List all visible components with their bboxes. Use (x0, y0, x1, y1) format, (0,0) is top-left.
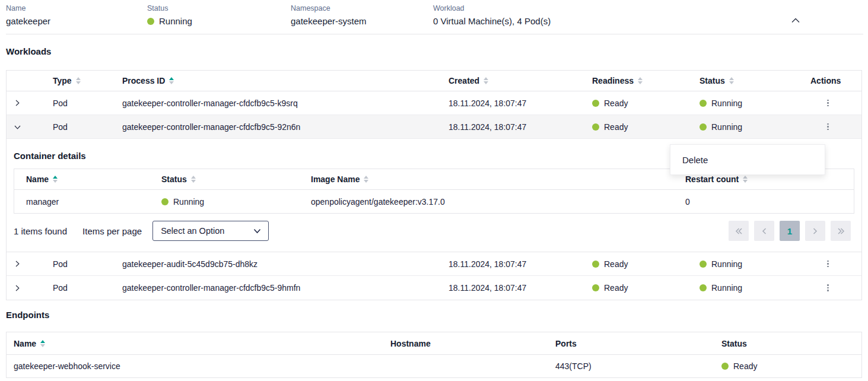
status-dot-green (147, 18, 154, 25)
table-row[interactable]: Pod gatekeeper-controller-manager-cfdcfb… (7, 276, 861, 300)
cell-endpoint-status: Ready (714, 361, 861, 371)
cell-actions (810, 97, 861, 109)
col-header-status: Status (714, 339, 861, 348)
chevron-right-icon (812, 227, 818, 235)
table-row[interactable]: Pod gatekeeper-controller-manager-cfdcfb… (7, 91, 861, 115)
table-row-expanded[interactable]: Pod gatekeeper-controller-manager-cfdcfb… (7, 115, 861, 139)
cell-type: Pod (53, 99, 122, 108)
chevron-up-icon (791, 17, 800, 24)
sort-icon[interactable] (743, 176, 748, 183)
summary-label: Name (6, 4, 147, 12)
col-header-label: Status (161, 174, 187, 184)
status-dot-green (700, 284, 707, 291)
cell-type: Pod (53, 259, 122, 269)
first-page-button[interactable] (729, 221, 749, 241)
collapse-panel-button[interactable] (789, 14, 802, 26)
status-dot-green (592, 284, 599, 291)
cell-status: Running (700, 259, 810, 269)
page-number-button[interactable]: 1 (780, 221, 800, 241)
status-text: Running (711, 283, 742, 293)
status-text: Running (711, 122, 742, 132)
delete-menu-item[interactable]: Delete (682, 155, 825, 165)
summary-value: gatekeeper (6, 16, 147, 26)
col-header-status[interactable]: Status (150, 174, 299, 184)
summary-field-status: Status Running (147, 4, 291, 34)
expand-row-button[interactable] (7, 99, 53, 107)
chevron-right-icon (14, 284, 21, 292)
readiness-text: Ready (604, 122, 628, 132)
expand-row-button[interactable] (7, 284, 53, 292)
application-detail-page: Name gatekeeper Status Running Namespace… (0, 0, 868, 381)
status-dot-green (161, 198, 168, 205)
summary-value: gatekeeper-system (291, 16, 433, 26)
sort-icon[interactable] (76, 77, 81, 84)
endpoints-table: Name Hostname Ports Status gatekeeper-we… (6, 332, 862, 378)
pagination-bar: 1 items found Items per page Select an O… (14, 214, 854, 252)
status-dot-green (700, 123, 707, 131)
chevron-down-icon (253, 228, 261, 234)
col-header-label: Status (700, 76, 725, 85)
chevron-right-icon (14, 99, 21, 107)
sort-icon[interactable] (729, 77, 734, 84)
collapse-row-button[interactable] (7, 123, 53, 131)
col-header-image-name[interactable]: Image Name (299, 174, 673, 184)
cell-type: Pod (53, 283, 122, 293)
actions-context-menu: Delete (670, 144, 825, 175)
col-header-type[interactable]: Type (53, 76, 122, 85)
cell-ports: 443(TCP) (548, 361, 714, 371)
previous-page-button[interactable] (754, 221, 774, 241)
cell-readiness: Ready (592, 283, 700, 293)
row-actions-menu-icon[interactable] (825, 121, 831, 133)
chevron-down-icon (14, 123, 21, 131)
status-dot-green (592, 261, 599, 268)
col-header-created[interactable]: Created (449, 76, 592, 85)
sort-icon-active[interactable] (169, 77, 174, 84)
col-header-label: Restart count (685, 174, 739, 184)
sort-icon-active[interactable] (53, 176, 58, 183)
cell-type: Pod (53, 122, 122, 132)
workloads-table-header: Type Process ID Created Readiness Status… (7, 71, 861, 91)
sort-icon-active[interactable] (40, 340, 45, 347)
col-header-label: Type (53, 76, 72, 85)
sort-icon[interactable] (484, 77, 488, 84)
items-per-page-label: Items per page (82, 226, 142, 236)
col-header-name[interactable]: Name (14, 174, 150, 184)
cell-created: 18.11.2024, 18:07:47 (449, 259, 592, 269)
sort-icon[interactable] (364, 176, 368, 183)
last-page-button[interactable] (831, 221, 851, 241)
row-actions-menu-icon[interactable] (825, 258, 831, 270)
col-header-label: Image Name (311, 174, 360, 184)
workloads-section-title: Workloads (6, 46, 868, 56)
expand-row-button[interactable] (7, 260, 53, 268)
summary-field-namespace: Namespace gatekeeper-system (291, 4, 433, 34)
table-row[interactable]: Pod gatekeeper-audit-5c45d9cb75-dh8kz 18… (7, 252, 861, 276)
col-header-hostname: Hostname (383, 339, 548, 348)
col-header-status[interactable]: Status (700, 76, 810, 85)
cell-endpoint-name: gatekeeper-webhook-service (7, 361, 383, 371)
sort-icon[interactable] (191, 176, 196, 183)
col-header-process-id[interactable]: Process ID (122, 76, 449, 85)
col-header-name[interactable]: Name (7, 339, 383, 348)
row-actions-menu-icon[interactable] (825, 282, 831, 294)
workloads-table: Type Process ID Created Readiness Status… (6, 70, 862, 300)
page-size-select[interactable]: Select an Option (152, 221, 269, 241)
endpoint-row: gatekeeper-webhook-service 443(TCP) Read… (7, 355, 861, 377)
cell-actions (810, 121, 861, 133)
status-dot-green (700, 261, 707, 268)
status-text: Ready (733, 361, 757, 371)
summary-value: Running (147, 16, 291, 26)
summary-header: Name gatekeeper Status Running Namespace… (0, 0, 868, 34)
select-value: Select an Option (161, 226, 224, 236)
cell-restart-count: 0 (673, 197, 854, 207)
cell-process-id: gatekeeper-audit-5c45d9cb75-dh8kz (122, 259, 449, 269)
summary-field-workload: Workload 0 Virtual Machine(s), 4 Pod(s) (433, 4, 868, 34)
cell-readiness: Ready (592, 259, 700, 269)
row-actions-menu-icon[interactable] (825, 97, 831, 109)
status-text: Running (159, 16, 192, 26)
col-header-restart-count[interactable]: Restart count (673, 174, 854, 184)
cell-created: 18.11.2024, 18:07:47 (449, 283, 592, 293)
col-header-readiness[interactable]: Readiness (592, 76, 700, 85)
sort-icon[interactable] (638, 77, 643, 84)
status-dot-green (700, 100, 707, 107)
next-page-button[interactable] (805, 221, 825, 241)
